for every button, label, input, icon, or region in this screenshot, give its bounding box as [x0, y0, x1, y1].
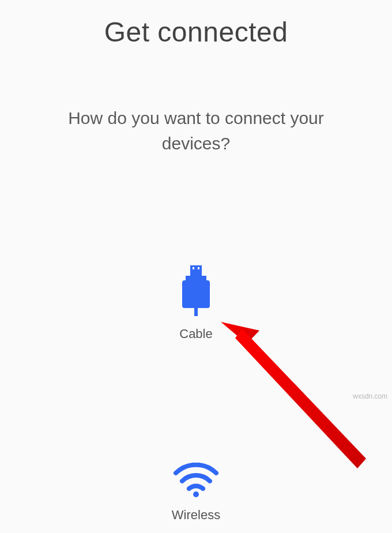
wireless-option-label: Wireless [172, 508, 220, 523]
cable-option-label: Cable [179, 326, 212, 341]
page-subtitle: How do you want to connect your devices? [0, 48, 392, 156]
svg-rect-2 [182, 280, 210, 308]
watermark-text: wxsdn.com [353, 392, 387, 400]
svg-rect-3 [194, 308, 198, 316]
cable-option[interactable]: Cable [179, 265, 212, 341]
page-title: Get connected [0, 0, 392, 48]
wireless-option[interactable]: Wireless [172, 463, 220, 523]
usb-cable-icon [181, 265, 211, 318]
svg-rect-0 [190, 265, 202, 276]
svg-point-6 [193, 491, 199, 497]
wifi-icon [172, 463, 220, 500]
svg-rect-1 [186, 276, 206, 280]
connection-options: Cable Wireless [0, 156, 392, 523]
svg-rect-4 [193, 267, 194, 269]
svg-rect-5 [198, 267, 199, 269]
